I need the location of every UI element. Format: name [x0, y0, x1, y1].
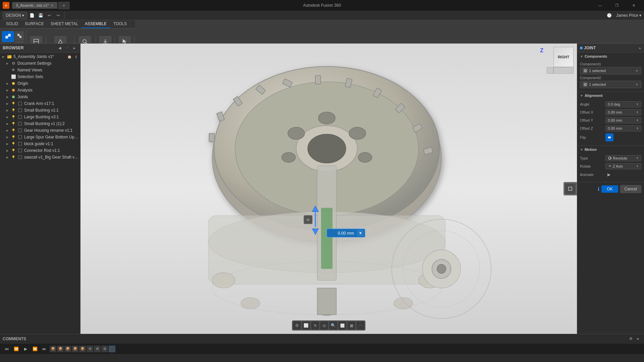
timeline-item-2[interactable]: 📦	[57, 346, 64, 352]
tree-arrow-cr: ▶	[5, 148, 9, 153]
undo-btn[interactable]: ↩	[45, 11, 53, 19]
assemble-icon-main[interactable]	[2, 31, 14, 42]
minimize-btn[interactable]: —	[592, 0, 608, 11]
timeline-item-3[interactable]: 📦	[64, 346, 71, 352]
cube-right-face[interactable]: RIGHT	[553, 47, 574, 67]
type-select[interactable]: Revolute ▼	[605, 155, 641, 161]
vp-btn-3[interactable]: 🖱	[311, 321, 319, 329]
component2-clear-btn[interactable]: ✕	[635, 82, 638, 87]
tree-label-small-bushing1: Small Bushing v1:1	[24, 108, 79, 113]
svg-point-20	[12, 89, 15, 92]
tree-item-large-bushing[interactable]: ▶ Large Bushing v3:1	[0, 114, 80, 120]
tree-item-large-spur-gear[interactable]: ▶ Large Spur Gear Bottom Up v1:1	[0, 134, 80, 140]
clock-btn[interactable]: 🕐	[605, 11, 613, 19]
comments-settings-btn[interactable]: ⚙	[628, 336, 634, 342]
tab-solid[interactable]: SOLID	[3, 20, 21, 28]
timeline-cursor[interactable]	[109, 346, 115, 352]
vp-btn-5[interactable]: 🔍	[329, 321, 337, 329]
cancel-button[interactable]: Cancel	[620, 185, 641, 193]
alignment-arrow: ▼	[580, 94, 583, 98]
tree-item-small-bushing2[interactable]: ▶ Small Bushing v1 (1):2	[0, 120, 80, 127]
offset-z-value[interactable]: 0.00 mm ▼	[605, 125, 641, 131]
info-icon[interactable]: ℹ	[598, 186, 599, 192]
components-section-header[interactable]: ▼ Components	[577, 53, 644, 60]
type-icon	[608, 156, 612, 160]
type-value: Revolute	[613, 156, 627, 160]
component1-clear-btn[interactable]: ✕	[635, 69, 638, 73]
svg-point-59	[358, 153, 372, 163]
timeline-item-7[interactable]: ⚙	[94, 346, 101, 352]
tab-sheet-metal[interactable]: SHEET METAL	[47, 20, 82, 28]
joint-panel-expand[interactable]: ▸	[639, 46, 641, 50]
comments-expand-btn[interactable]: ▸	[635, 336, 641, 342]
offset-x-value[interactable]: 0.00 mm ▼	[605, 109, 641, 115]
nav-next-btn[interactable]: ⏩	[31, 345, 39, 353]
component1-btn[interactable]: 1 selected ✕	[580, 67, 641, 74]
tree-item-block-guide[interactable]: ▶ block guide v1:1	[0, 140, 80, 147]
alignment-section-header[interactable]: ▼ Alignment	[577, 92, 644, 99]
restore-btn[interactable]: ❐	[609, 0, 625, 11]
timeline-item-4[interactable]: 📦	[72, 346, 78, 352]
assemble-icon3[interactable]	[15, 31, 24, 41]
vp-btn-1[interactable]: ⚙	[293, 321, 301, 329]
timeline-item-6[interactable]: ⚙	[87, 346, 93, 352]
tree-item-selection-sets[interactable]: ⬜ Selection Sets	[0, 73, 80, 80]
design-menu-btn[interactable]: DESIGN ▾	[3, 12, 27, 19]
tree-arrow-lsg: ▶	[5, 135, 9, 139]
browser-collapse-btn[interactable]: ◀	[57, 45, 63, 51]
browser-expand-btn[interactable]: ▸	[71, 45, 77, 51]
component2-value: 1 selected	[589, 82, 606, 86]
tree-item-doc-settings[interactable]: ▶ ⚙ Document Settings	[0, 60, 80, 67]
tree-item-gear-housing[interactable]: ▶ Gear Housing rename v1:1	[0, 127, 80, 134]
nav-first-btn[interactable]: ⏮	[3, 345, 11, 353]
tab-close[interactable]: ✕	[51, 4, 53, 7]
tree-item-small-bushing1[interactable]: ▶ Small Bushing v1:1	[0, 107, 80, 114]
components-title: Components	[585, 54, 607, 58]
nav-play-btn[interactable]: ▶	[21, 345, 30, 353]
vp-btn-8[interactable]: ⋯	[357, 321, 365, 329]
ok-button[interactable]: OK	[601, 185, 618, 193]
svg-rect-75	[321, 208, 332, 269]
offset-y-value[interactable]: 0.00 mm ▼	[605, 117, 641, 123]
active-tab[interactable]: 5_Assemb...ints v1* ✕	[12, 2, 57, 9]
timeline-item-8[interactable]: ⚙	[101, 346, 108, 352]
nav-prev-btn[interactable]: ⏪	[12, 345, 20, 353]
timeline-item-5[interactable]: 📦	[79, 346, 86, 352]
save-btn[interactable]: 💾	[37, 11, 45, 19]
viewport[interactable]: Z RIGHT	[80, 44, 577, 334]
vp-btn-2[interactable]: ⬜	[302, 321, 310, 329]
motion-section-header[interactable]: ▼ Motion	[577, 146, 644, 153]
new-tab-btn[interactable]: ＋	[58, 2, 70, 9]
new-file-btn[interactable]: 📄	[28, 11, 36, 19]
redo-btn[interactable]: ↪	[54, 11, 62, 19]
tree-item-named-views[interactable]: 👁 Named Views	[0, 67, 80, 73]
vp-btn-4[interactable]: ◎	[320, 321, 328, 329]
tree-item-analysis[interactable]: ▶ Analysis	[0, 87, 80, 94]
tab-tools[interactable]: TOOLS	[110, 20, 130, 28]
timeline-item-1[interactable]: 📦	[50, 346, 56, 352]
user-label[interactable]: James Price ▾	[616, 13, 641, 18]
tree-item-sawzall[interactable]: ▶ sawzall v1_Big Gear Shaft v1:1	[0, 154, 80, 161]
browser-settings-btn[interactable]: ⋯	[64, 45, 70, 51]
close-btn[interactable]: ✕	[626, 0, 641, 11]
vp-btn-7[interactable]: ▦	[347, 321, 356, 329]
tab-surface[interactable]: SURFACE	[21, 20, 47, 28]
nav-cube-container: RIGHT	[547, 47, 574, 74]
nav-cube[interactable]: RIGHT	[547, 47, 574, 74]
cube-bottom[interactable]	[553, 67, 574, 74]
tree-item-origin[interactable]: ▶ Origin	[0, 80, 80, 87]
type-label: Type	[580, 156, 603, 160]
vp-btn-6[interactable]: ⬜	[338, 321, 346, 329]
animate-btn[interactable]: ▶	[605, 171, 612, 178]
tree-item-crank-arm[interactable]: ▶ Crank Arm v17:1	[0, 100, 80, 107]
tree-item-joints[interactable]: ▶ Joints	[0, 94, 80, 100]
component2-btn[interactable]: 1 selected ✕	[580, 81, 641, 88]
tree-item-connector-rod[interactable]: ▶ Connector Rod v1:1	[0, 147, 80, 154]
flip-btn[interactable]	[605, 133, 613, 141]
cube-bottom-left[interactable]	[547, 67, 553, 74]
angle-value[interactable]: 0.0 deg ▼	[605, 101, 641, 107]
tab-assemble[interactable]: ASSEMBLE	[82, 20, 110, 28]
nav-last-btn[interactable]: ⏭	[40, 345, 48, 353]
tree-item-root[interactable]: ▶ 5_Assembly Joints v1* 🏠 ℹ	[0, 53, 80, 60]
rotate-select[interactable]: Z Axis ▼	[605, 163, 641, 169]
